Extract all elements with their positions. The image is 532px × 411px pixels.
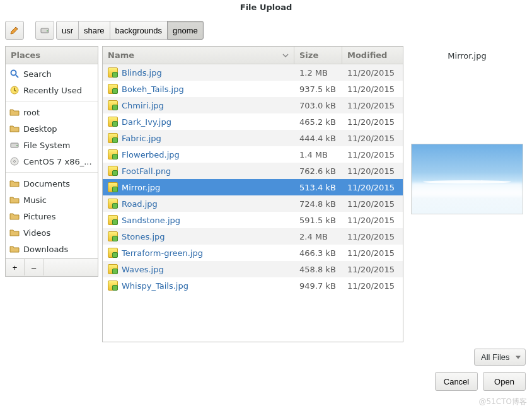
file-name: Whispy_Tails.jpg (122, 281, 188, 291)
breadcrumb: usrsharebackgroundsgnome (57, 21, 204, 40)
cancel-button[interactable]: Cancel (435, 372, 478, 391)
remove-bookmark-button[interactable]: – (25, 259, 43, 275)
file-modified: 11/20/2015 (342, 245, 403, 261)
table-row[interactable]: Dark_Ivy.jpg465.2 kB11/20/2015 (103, 113, 403, 130)
sidebar-item[interactable]: Search (6, 66, 98, 82)
sidebar-item[interactable]: CentOS 7 x86_... (6, 153, 98, 170)
table-row[interactable]: Stones.jpg2.4 MB11/20/2015 (103, 228, 403, 245)
breadcrumb-segment[interactable]: backgrounds (110, 21, 168, 40)
file-size: 458.8 kB (294, 262, 342, 277)
file-rows[interactable]: Blinds.jpg1.2 MB11/20/2015Bokeh_Tails.jp… (103, 64, 403, 342)
image-file-icon (108, 182, 118, 192)
image-file-icon (108, 264, 118, 274)
search-icon (9, 69, 20, 79)
table-row[interactable]: Bokeh_Tails.jpg937.5 kB11/20/2015 (103, 81, 403, 97)
table-row[interactable]: Fabric.jpg444.4 kB11/20/2015 (103, 130, 403, 146)
file-size: 937.5 kB (294, 81, 342, 97)
sort-indicator-icon (282, 52, 289, 59)
file-name: Flowerbed.jpg (122, 150, 180, 159)
file-size: 724.8 kB (294, 196, 342, 212)
file-size: 444.4 kB (294, 130, 342, 146)
table-row[interactable]: Terraform-green.jpg466.3 kB11/20/2015 (103, 245, 403, 261)
table-row[interactable]: Whispy_Tails.jpg949.7 kB11/20/2015 (103, 277, 403, 294)
recent-icon (9, 85, 20, 95)
file-modified: 11/20/2015 (342, 163, 403, 179)
sidebar-item[interactable]: Desktop (6, 120, 98, 137)
breadcrumb-segment[interactable]: usr (56, 21, 79, 40)
file-size: 703.0 kB (294, 98, 342, 113)
sidebar-item[interactable]: root (6, 104, 98, 120)
table-row[interactable]: Blinds.jpg1.2 MB11/20/2015 (103, 64, 403, 81)
table-row[interactable]: FootFall.png762.6 kB11/20/2015 (103, 163, 403, 179)
column-header-name[interactable]: Name (103, 47, 294, 64)
file-name: Sandstone.jpg (122, 216, 180, 225)
sidebar-item-label: Search (23, 69, 52, 79)
sidebar-item-label: Documents (23, 179, 70, 188)
table-row[interactable]: Road.jpg724.8 kB11/20/2015 (103, 195, 403, 212)
folder-icon (9, 244, 20, 254)
file-modified: 11/20/2015 (342, 114, 403, 130)
file-modified: 11/20/2015 (342, 65, 403, 81)
sidebar-item-label: Recently Used (23, 86, 82, 95)
table-row[interactable]: Flowerbed.jpg1.4 MB11/20/2015 (103, 146, 403, 163)
table-row[interactable]: Waves.jpg458.8 kB11/20/2015 (103, 261, 403, 277)
bookmark-actions: + – (5, 259, 98, 277)
drive-icon (9, 140, 20, 150)
sidebar-item[interactable]: Videos (6, 224, 98, 241)
file-modified: 11/20/2015 (342, 130, 403, 146)
table-row[interactable]: Mirror.jpg513.4 kB11/20/2015 (103, 179, 403, 195)
file-type-filter[interactable]: All Files (474, 349, 526, 366)
file-name: Bokeh_Tails.jpg (122, 84, 184, 94)
column-header-modified[interactable]: Modified (342, 47, 403, 64)
folder-icon (9, 124, 20, 134)
image-file-icon (108, 215, 118, 225)
column-header-size[interactable]: Size (294, 47, 342, 64)
sidebar-item-label: File System (23, 141, 70, 150)
add-bookmark-button[interactable]: + (6, 259, 25, 275)
folder-icon (9, 107, 20, 117)
places-list: SearchRecently UsedrootDesktopFile Syste… (6, 64, 98, 258)
sidebar-item[interactable]: Music (6, 192, 98, 208)
preview-filename: Mirror.jpg (411, 49, 523, 68)
file-list: Name Size Modified Blinds.jpg1.2 MB11/20… (102, 46, 403, 342)
drive-icon (40, 25, 50, 35)
file-size: 1.4 MB (294, 147, 342, 163)
file-name: Waves.jpg (122, 265, 164, 274)
folder-icon (9, 178, 20, 188)
sidebar-item[interactable]: Pictures (6, 208, 98, 224)
image-file-icon (108, 100, 118, 110)
open-button[interactable]: Open (483, 372, 526, 391)
sidebar-item-label: Music (23, 195, 47, 205)
image-file-icon (108, 149, 118, 159)
file-size: 465.2 kB (294, 114, 342, 130)
file-name: FootFall.png (122, 166, 171, 176)
image-file-icon (108, 281, 118, 291)
file-size: 2.4 MB (294, 229, 342, 245)
sidebar-item[interactable]: Downloads (6, 241, 98, 257)
sidebar-item[interactable]: Recently Used (6, 82, 98, 98)
edit-path-button[interactable] (5, 21, 24, 40)
svg-line-3 (16, 75, 18, 78)
svg-point-2 (11, 71, 16, 76)
sidebar-item[interactable]: Documents (6, 175, 98, 192)
breadcrumb-segment[interactable]: gnome (167, 21, 204, 40)
pencil-icon (9, 25, 20, 35)
svg-point-6 (16, 145, 18, 146)
image-file-icon (108, 166, 118, 176)
sidebar-item-label: Desktop (23, 124, 57, 134)
sidebar-item[interactable]: File System (6, 137, 98, 153)
file-size: 591.5 kB (294, 212, 342, 228)
sidebar-item-label: Downloads (23, 245, 68, 254)
home-button[interactable] (35, 21, 54, 40)
table-row[interactable]: Sandstone.jpg591.5 kB11/20/2015 (103, 212, 403, 228)
image-file-icon (108, 248, 118, 258)
table-row[interactable]: Chmiri.jpg703.0 kB11/20/2015 (103, 97, 403, 113)
dialog-title: File Upload (0, 0, 532, 17)
image-file-icon (108, 133, 118, 143)
breadcrumb-segment[interactable]: share (78, 21, 110, 40)
file-size: 466.3 kB (294, 245, 342, 261)
image-file-icon (108, 231, 118, 241)
file-name: Mirror.jpg (122, 183, 160, 192)
file-size: 1.2 MB (294, 65, 342, 81)
folder-icon (9, 195, 20, 205)
